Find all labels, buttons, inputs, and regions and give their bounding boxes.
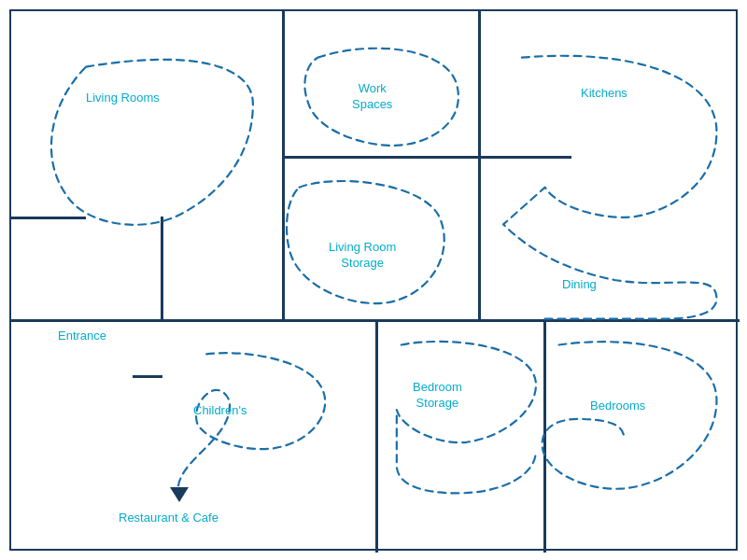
label-kitchens: Kitchens [581,86,627,102]
label-entrance: Entrance [58,329,106,344]
label-living-rooms: Living Rooms [86,91,160,106]
label-dining: Dining [562,277,597,293]
divider-entrance-h1 [11,217,86,219]
label-work-spaces: WorkSpaces [352,81,392,113]
divider-v1 [282,11,285,319]
label-bedrooms: Bedrooms [590,399,645,414]
route-paths: .route { fill: none; stroke: #1a6ea8; st… [11,11,736,549]
divider-h2 [282,156,478,159]
label-living-room-storage: Living RoomStorage [329,240,396,272]
arrow-restaurant [170,487,189,502]
divider-v4 [543,319,546,553]
divider-v3 [375,319,378,553]
floor-plan: .route { fill: none; stroke: #1a6ea8; st… [9,9,738,551]
label-bedroom-storage: BedroomStorage [413,380,462,412]
divider-entrance-v [161,217,163,319]
label-restaurant-cafe: Restaurant & Cafe [119,511,218,526]
divider-kitchen-h [478,156,571,159]
label-childrens: Children's [193,403,247,419]
divider-v2 [478,11,481,319]
divider-entrance-h2 [133,375,162,378]
